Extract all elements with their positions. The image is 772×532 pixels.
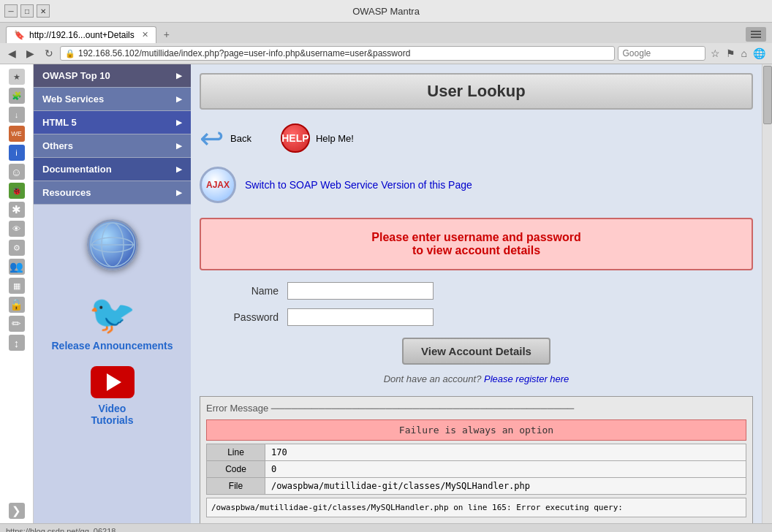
main-content: User Lookup ↩ Back HELP Help Me! AJAX Sw… bbox=[191, 64, 762, 523]
help-label: Help Me! bbox=[316, 133, 354, 144]
error-detail: /owaspbwa/mutillidae-git/classes/MySQLHa… bbox=[206, 498, 746, 517]
tab-bar: 🔖 http://192.16...ount+Details ✕ + bbox=[0, 23, 772, 43]
help-icon: HELP bbox=[281, 123, 310, 153]
settings-strip-icon[interactable]: ⚙ bbox=[9, 240, 25, 256]
sidebar-logo bbox=[34, 205, 191, 285]
svg-rect-0 bbox=[751, 31, 761, 32]
close-button[interactable]: ✕ bbox=[37, 4, 50, 18]
chevron-right-icon-5: ▶ bbox=[176, 165, 182, 173]
video-tutorials-section: VideoTutorials bbox=[34, 359, 191, 433]
face-strip-icon[interactable]: ☺ bbox=[9, 164, 25, 180]
people-strip-icon[interactable]: 👥 bbox=[9, 259, 25, 275]
back-nav-button[interactable]: ◀ bbox=[4, 46, 20, 61]
we-strip-icon[interactable]: WE bbox=[9, 126, 25, 142]
arrow-strip-icon[interactable]: ↕ bbox=[9, 335, 25, 351]
ajax-logo-icon: AJAX bbox=[200, 167, 236, 203]
warning-box: Please enter username and password to vi… bbox=[200, 218, 753, 270]
tab-close-button[interactable]: ✕ bbox=[142, 30, 148, 39]
name-input[interactable] bbox=[287, 282, 434, 300]
lock-strip-icon[interactable]: 🔒 bbox=[9, 297, 25, 313]
icon-strip: ★ 🧩 ↓ WE i ☺ 🐞 ✱ 👁 ⚙ 👥 ▦ 🔒 ✏ ↕ ❯ bbox=[0, 64, 34, 523]
title-bar: ─ □ ✕ OWASP Mantra bbox=[0, 0, 772, 23]
bookmark-star-button[interactable]: ☆ bbox=[708, 46, 722, 61]
sidebar-item-documentation[interactable]: Documentation ▶ bbox=[34, 158, 191, 181]
sidebar: OWASP Top 10 ▶ Web Services ▶ HTML 5 ▶ O… bbox=[34, 64, 191, 523]
expand-strip-icon[interactable]: ❯ bbox=[9, 503, 25, 519]
tab-label: http://192.16...ount+Details bbox=[29, 30, 135, 40]
error-file-label: File bbox=[207, 478, 265, 495]
view-account-details-button[interactable]: View Account Details bbox=[402, 338, 550, 365]
globe-icon[interactable]: 🌐 bbox=[751, 46, 768, 61]
sidebar-item-resources[interactable]: Resources ▶ bbox=[34, 181, 191, 205]
chevron-right-icon-6: ▶ bbox=[176, 189, 182, 197]
video-tutorials-label[interactable]: VideoTutorials bbox=[91, 403, 133, 426]
bookmarks-strip-icon[interactable]: ★ bbox=[9, 69, 25, 85]
sidebar-item-html5[interactable]: HTML 5 ▶ bbox=[34, 111, 191, 134]
status-url: https://blog.csdn.net/qq_06218... bbox=[6, 527, 123, 533]
error-title-text: Error Message bbox=[206, 403, 268, 414]
release-announcements-label[interactable]: Release Announcements bbox=[52, 340, 173, 352]
action-bar: ↩ Back HELP Help Me! bbox=[200, 121, 753, 155]
error-line-label: Line bbox=[207, 444, 265, 461]
error-file-value: /owaspbwa/mutillidae-git/classes/MySQLHa… bbox=[265, 478, 746, 495]
status-bar: https://blog.csdn.net/qq_06218... bbox=[0, 523, 772, 532]
main-area: ★ 🧩 ↓ WE i ☺ 🐞 ✱ 👁 ⚙ 👥 ▦ 🔒 ✏ ↕ ❯ OWASP T… bbox=[0, 64, 772, 523]
chevron-right-icon-4: ▶ bbox=[176, 142, 182, 150]
error-line-value: 170 bbox=[265, 444, 746, 461]
sidebar-item-label-web-services: Web Services bbox=[42, 94, 104, 104]
register-link[interactable]: Please register here bbox=[484, 373, 569, 384]
sidebar-item-label-html5: HTML 5 bbox=[42, 117, 77, 128]
grid-strip-icon[interactable]: ▦ bbox=[9, 278, 25, 294]
warning-text-line1: Please enter username and password bbox=[213, 231, 740, 244]
url-bar[interactable]: 🔒 192.168.56.102/mutillidae/index.php?pa… bbox=[60, 46, 615, 61]
sidebar-item-others[interactable]: Others ▶ bbox=[34, 134, 191, 158]
bug-strip-icon[interactable]: 🐞 bbox=[9, 183, 25, 199]
window-title: OWASP Mantra bbox=[63, 6, 709, 17]
error-row-code: Code 0 bbox=[207, 461, 746, 478]
svg-rect-1 bbox=[751, 34, 761, 35]
error-code-label: Code bbox=[207, 461, 265, 478]
back-button-label: Back bbox=[230, 133, 251, 144]
active-tab[interactable]: 🔖 http://192.16...ount+Details ✕ bbox=[6, 26, 156, 43]
forward-nav-button[interactable]: ▶ bbox=[23, 46, 38, 61]
info-strip-icon[interactable]: i bbox=[9, 145, 25, 161]
spider-strip-icon[interactable]: ✱ bbox=[9, 202, 25, 218]
sidebar-item-web-services[interactable]: Web Services ▶ bbox=[34, 88, 191, 111]
minimize-button[interactable]: ─ bbox=[4, 4, 18, 18]
lock-icon: 🔒 bbox=[65, 49, 75, 58]
error-section-title: Error Message ──────────────────────────… bbox=[206, 403, 746, 414]
new-tab-button[interactable]: + bbox=[158, 26, 175, 43]
error-row-file: File /owaspbwa/mutillidae-git/classes/My… bbox=[207, 478, 746, 495]
bookmarks-button[interactable]: ⚑ bbox=[724, 46, 738, 61]
tab-favicon: 🔖 bbox=[14, 30, 25, 40]
refresh-button[interactable]: ↻ bbox=[41, 46, 57, 61]
pencil-strip-icon[interactable]: ✏ bbox=[9, 316, 25, 332]
globe-logo-icon bbox=[87, 219, 138, 270]
sidebar-item-owasp-top-10[interactable]: OWASP Top 10 ▶ bbox=[34, 64, 191, 88]
help-button[interactable]: HELP Help Me! bbox=[281, 123, 354, 153]
eye-strip-icon[interactable]: 👁 bbox=[9, 221, 25, 237]
maximize-button[interactable]: □ bbox=[20, 4, 34, 18]
password-input[interactable] bbox=[287, 308, 434, 326]
password-row: Password bbox=[200, 308, 753, 326]
soap-service-link[interactable]: Switch to SOAP Web Service Version of th… bbox=[245, 179, 472, 191]
home-button[interactable]: ⌂ bbox=[739, 46, 749, 61]
search-input[interactable] bbox=[618, 46, 705, 61]
play-icon bbox=[107, 373, 121, 391]
scrollbar-thumb[interactable] bbox=[763, 66, 772, 124]
chevron-right-icon-2: ▶ bbox=[176, 95, 182, 103]
release-announcements-section: 🐦 Release Announcements bbox=[34, 285, 191, 359]
youtube-icon bbox=[91, 366, 135, 398]
register-text: Dont have an account? Please register he… bbox=[200, 373, 753, 384]
sidebar-item-label-owasp: OWASP Top 10 bbox=[42, 70, 110, 81]
sidebar-item-label-docs: Documentation bbox=[42, 164, 112, 175]
browser-menu-icon[interactable] bbox=[746, 27, 766, 42]
name-row: Name bbox=[200, 282, 753, 300]
back-button[interactable]: ↩ Back bbox=[200, 121, 251, 155]
ajax-bar: AJAX Switch to SOAP Web Service Version … bbox=[200, 167, 753, 203]
puzzle-strip-icon[interactable]: 🧩 bbox=[9, 88, 25, 104]
error-detail-text: /owaspbwa/mutillidae-git/classes/MySQLHa… bbox=[211, 503, 623, 512]
scrollbar-track[interactable] bbox=[762, 64, 772, 523]
download-strip-icon[interactable]: ↓ bbox=[9, 107, 25, 123]
chevron-right-icon-3: ▶ bbox=[176, 118, 182, 126]
